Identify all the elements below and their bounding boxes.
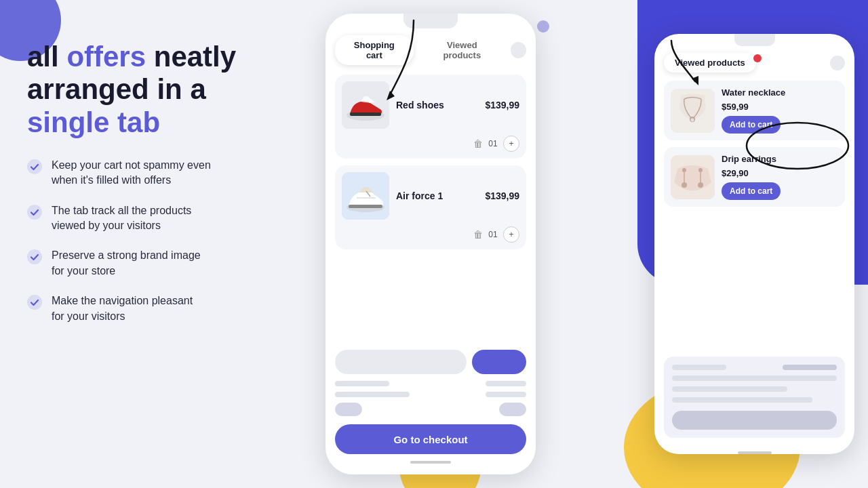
phone2-notch <box>734 34 775 46</box>
product2-1-name: Water necklace <box>722 87 838 98</box>
feature-item-1: Keep your cart not spammy evenwhen it's … <box>27 158 292 188</box>
feature-item-2: The tab track all the productsviewed by … <box>27 203 292 234</box>
necklace-image <box>671 89 715 133</box>
qty-1-val: 01 <box>488 139 498 148</box>
add-cart-btn-1[interactable]: Add to cart <box>722 116 781 134</box>
left-panel: all offers neatlyarranged in asingle tab… <box>27 41 292 324</box>
product-1-price: $139,99 <box>485 100 519 110</box>
product-2-name: Air force 1 <box>396 190 478 201</box>
feature-text-3: Preserve a strong brand imagefor your st… <box>52 248 201 279</box>
phone1: Shopping cart Viewed products <box>326 14 536 474</box>
headline-all: all <box>27 41 66 73</box>
product-card-2-bottom: 🗑 01 + <box>342 226 519 243</box>
product2-2-info: Drip earrings $29,90 Add to cart <box>722 154 838 200</box>
phone2-footer <box>654 351 854 447</box>
check-icon-4 <box>27 295 42 310</box>
feature-item-3: Preserve a strong brand imagefor your st… <box>27 248 292 279</box>
feature-list: Keep your cart not spammy evenwhen it's … <box>27 158 292 324</box>
product-card-1-top: Red shoes $139,99 <box>342 81 519 129</box>
svg-point-2 <box>27 249 42 264</box>
qty-2-val: 01 <box>488 230 498 239</box>
svg-point-19 <box>698 168 703 172</box>
svg-rect-8 <box>350 113 381 116</box>
summary-line-2 <box>335 392 526 397</box>
red-shoes-image <box>342 81 389 129</box>
headline-offers: offers <box>66 41 146 73</box>
footer-bar-4 <box>672 397 812 403</box>
phone2: Viewed products <box>654 34 854 454</box>
phone2-home-bar <box>738 451 772 454</box>
feature-item-4: Make the navigation pleasantfor your vis… <box>27 293 292 324</box>
summary-bar-2b <box>486 392 526 397</box>
feature-text-2: The tab track all the productsviewed by … <box>52 203 191 234</box>
phone1-tabs: Shopping cart Viewed products <box>326 28 536 69</box>
phone1-notch <box>403 14 458 28</box>
product-card-2-top: Air force 1 $139,99 <box>342 172 519 220</box>
svg-point-0 <box>27 159 42 174</box>
promo-button[interactable] <box>472 350 526 374</box>
product2-2-name: Drip earrings <box>722 154 838 164</box>
summary-bar-1b <box>486 381 526 386</box>
phone1-content: Red shoes $139,99 🗑 01 + <box>326 69 536 343</box>
summary-line-1 <box>335 381 526 386</box>
product-1-info: Red shoes <box>396 100 478 110</box>
product2-1-info: Water necklace $59,99 Add to cart <box>722 87 838 134</box>
check-icon-1 <box>27 159 42 174</box>
summary-bar-1a <box>335 381 389 386</box>
check-icon-3 <box>27 249 42 264</box>
product-card-1-bottom: 🗑 01 + <box>342 136 519 152</box>
footer-checkout-bar <box>672 411 837 430</box>
product-card2-1: Water necklace $59,99 Add to cart <box>664 81 845 140</box>
svg-point-1 <box>27 205 42 220</box>
footer-line-row-1 <box>672 365 837 370</box>
phone1-bottom: Go to checkout <box>326 343 536 474</box>
product-2-info: Air force 1 <box>396 190 478 201</box>
product-card-2: Air force 1 $139,99 🗑 01 + <box>335 165 526 249</box>
feature-text-4: Make the navigation pleasantfor your vis… <box>52 293 193 324</box>
checkout-button[interactable]: Go to checkout <box>335 424 526 454</box>
svg-point-18 <box>682 182 687 188</box>
summary-line-3 <box>335 403 526 416</box>
product-card2-2: Drip earrings $29,90 Add to cart <box>664 147 845 207</box>
qty-1-plus[interactable]: + <box>503 136 519 152</box>
product-2-price: $139,99 <box>485 190 519 201</box>
summary-bar-2a <box>335 392 410 397</box>
phone1-home-bar <box>410 461 451 464</box>
svg-rect-11 <box>349 205 382 208</box>
footer-bar-1 <box>672 365 726 370</box>
product-1-name: Red shoes <box>396 100 478 110</box>
trash-icon-2[interactable]: 🗑 <box>473 229 483 240</box>
svg-point-3 <box>27 295 42 310</box>
tab-menu-dot <box>511 42 526 58</box>
page-title: all offers neatlyarranged in asingle tab <box>27 41 292 139</box>
shopping-cart-tab[interactable]: Shopping cart <box>335 35 414 65</box>
footer-card <box>664 357 845 438</box>
svg-point-21 <box>698 182 703 188</box>
phones-area: Shopping cart Viewed products <box>292 0 868 488</box>
promo-row <box>335 350 526 374</box>
product2-1-price: $59,99 <box>722 102 838 112</box>
phone2-menu-dot <box>830 56 845 70</box>
svg-point-16 <box>682 168 686 172</box>
svg-point-14 <box>690 118 694 122</box>
product-card-1: Red shoes $139,99 🗑 01 + <box>335 75 526 159</box>
add-cart-btn-2[interactable]: Add to cart <box>722 182 781 200</box>
check-icon-2 <box>27 205 42 220</box>
headline-single-tab: single tab <box>27 106 160 138</box>
phone2-header: Viewed products <box>654 46 854 77</box>
trash-icon-1[interactable]: 🗑 <box>473 138 483 149</box>
notification-dot <box>753 54 762 62</box>
viewed-products-tab[interactable]: Viewed products <box>418 35 507 65</box>
promo-input[interactable] <box>335 350 467 374</box>
product2-2-price: $29,90 <box>722 168 838 178</box>
earrings-image <box>671 155 715 199</box>
tag-bar-2 <box>499 403 526 416</box>
footer-bar-2 <box>672 375 837 381</box>
phone2-viewed-tab[interactable]: Viewed products <box>664 53 756 73</box>
qty-2-plus[interactable]: + <box>503 226 519 243</box>
airforce-image <box>342 172 389 220</box>
tag-bar-1 <box>335 403 362 416</box>
footer-bar-1b <box>783 365 837 370</box>
footer-bar-3 <box>672 386 787 392</box>
feature-text-1: Keep your cart not spammy evenwhen it's … <box>52 158 211 188</box>
